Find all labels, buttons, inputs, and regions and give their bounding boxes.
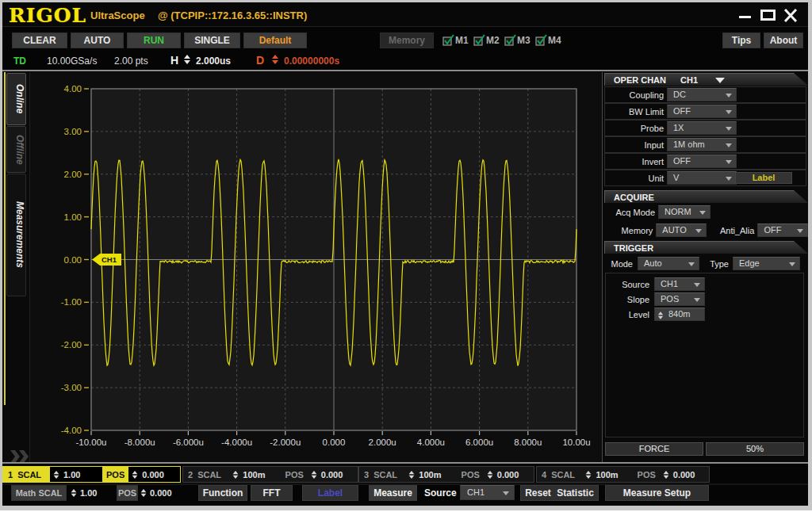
- trigger-level-row: Level 840m: [606, 307, 803, 322]
- acq-memory-row: Memory AUTO Anti_Alia OFF: [604, 223, 808, 238]
- trigger-mode-select[interactable]: Auto: [638, 257, 699, 270]
- memory-check-m4[interactable]: M4: [535, 34, 561, 46]
- memory-check-m2[interactable]: M2: [473, 34, 500, 46]
- spin-down-icon: [71, 494, 77, 497]
- spin-up-icon: [663, 470, 668, 473]
- scal-text: SCAL: [197, 470, 221, 480]
- dropdown-arrow-icon: [695, 229, 702, 233]
- channel-1-pos-label[interactable]: POS: [102, 467, 128, 482]
- auto-button[interactable]: AUTO: [71, 32, 124, 48]
- sidebar-tab-online[interactable]: Online: [6, 73, 26, 125]
- delay-spinner[interactable]: [272, 55, 278, 64]
- math-scal-label[interactable]: Math SCAL: [11, 485, 67, 501]
- memory-button: Memory: [380, 32, 434, 48]
- channel-2-pos-value: 0.000: [321, 470, 343, 480]
- channel-2-scale-spinner[interactable]: 100m: [229, 467, 279, 482]
- oper-chan-title: OPER CHAN: [614, 75, 666, 85]
- math-scale-spinner[interactable]: 1.00: [69, 485, 115, 501]
- input-label: Input: [605, 140, 664, 150]
- memory-depth: 2.00 pts: [114, 55, 148, 67]
- reset-statistic-button[interactable]: Reset Statistic: [520, 485, 599, 501]
- trigger-source-row: Source CH1: [606, 277, 803, 292]
- coupling-value: DC: [673, 90, 686, 99]
- channel-3-pos-label[interactable]: POS: [458, 467, 484, 482]
- bw-limit-label: BW Limit: [605, 107, 664, 117]
- sidebar-tab-offline[interactable]: Offline: [6, 126, 26, 173]
- measure-button[interactable]: Measure: [369, 485, 417, 501]
- math-pos-label[interactable]: POS: [117, 485, 138, 501]
- anti-alias-select[interactable]: OFF: [757, 224, 808, 237]
- x-tick-label: -8.000u: [124, 437, 155, 447]
- channel-2-pos-spinner[interactable]: 0.000: [308, 467, 358, 482]
- trigger-status: TD: [13, 55, 26, 67]
- tips-button[interactable]: Tips: [722, 32, 760, 48]
- default-button[interactable]: Default: [243, 32, 307, 48]
- dropdown-arrow-icon: [694, 298, 700, 302]
- channel-number: 4: [542, 470, 546, 480]
- chevron-down-icon[interactable]: [715, 78, 725, 83]
- acq-mode-select[interactable]: NORM: [658, 205, 710, 219]
- channel-2-scal-label[interactable]: 2SCAL: [183, 467, 229, 482]
- bw-limit-select[interactable]: OFF: [667, 105, 737, 118]
- sidebar-tab-measurements[interactable]: Measurements: [6, 174, 26, 296]
- channel-4-pos-spinner[interactable]: 0.000: [660, 467, 709, 482]
- oper-chan-channel[interactable]: CH1: [680, 75, 698, 85]
- force-button[interactable]: FORCE: [605, 442, 703, 456]
- channel-4-scale-spinner[interactable]: 100m: [582, 467, 631, 482]
- memory-check-label: M4: [548, 35, 561, 46]
- channel-3-scale-spinner[interactable]: 100m: [405, 467, 455, 482]
- minimize-button[interactable]: [737, 9, 754, 23]
- x-tick-label: 6.000u: [465, 437, 493, 447]
- separator-top: [2, 70, 808, 71]
- math-pos-spinner[interactable]: 0.000: [139, 485, 183, 501]
- sidebar-accent-line: [4, 72, 6, 405]
- y-tick-label: -3.00: [61, 383, 82, 392]
- horizontal-scale-value[interactable]: 2.000us: [196, 55, 231, 67]
- spinner-icon: [141, 489, 147, 497]
- memory-check-m3[interactable]: M3: [504, 34, 530, 46]
- coupling-select[interactable]: DC: [667, 88, 737, 101]
- x-tick-label: -2.000u: [270, 437, 301, 447]
- measure-setup-button[interactable]: Measure Setup: [605, 485, 709, 501]
- spin-up-icon: [409, 470, 415, 473]
- channel-4-scal-label[interactable]: 4SCAL: [537, 467, 582, 482]
- single-button[interactable]: SINGLE: [184, 32, 240, 48]
- close-button[interactable]: [782, 9, 799, 23]
- dropdown-arrow-icon: [726, 160, 732, 164]
- about-button[interactable]: About: [764, 32, 803, 48]
- probe-select[interactable]: 1X: [667, 121, 737, 135]
- math-label-button[interactable]: Label: [302, 485, 358, 501]
- acq-mode-label: Acq Mode: [604, 208, 655, 217]
- memory-check-label: M3: [517, 35, 530, 46]
- channel-3-pos-spinner[interactable]: 0.000: [484, 467, 534, 482]
- acq-memory-select[interactable]: AUTO: [656, 224, 707, 237]
- label-button[interactable]: Label: [735, 172, 792, 184]
- clear-button[interactable]: CLEAR: [12, 32, 67, 48]
- trigger-level-spinner[interactable]: 840m: [654, 308, 705, 321]
- memory-check-m1[interactable]: M1: [442, 34, 469, 46]
- trigger-slope-select[interactable]: POS: [654, 292, 705, 306]
- trigger-type-select[interactable]: Edge: [733, 257, 800, 270]
- measure-source-select[interactable]: CH1: [460, 485, 515, 500]
- run-button[interactable]: RUN: [127, 32, 181, 48]
- invert-select[interactable]: OFF: [667, 155, 737, 168]
- input-select[interactable]: 1M ohm: [667, 138, 737, 151]
- fft-button[interactable]: FFT: [251, 485, 293, 501]
- sidebar-expand-chevrons[interactable]: [10, 450, 30, 463]
- horizontal-spinner[interactable]: [184, 55, 190, 64]
- channel-number: 1: [8, 470, 13, 480]
- function-button[interactable]: Function: [198, 485, 247, 501]
- channel-1-pos-spinner[interactable]: 0.000: [128, 467, 179, 482]
- delay-value[interactable]: 0.00000000s: [284, 55, 339, 67]
- channel-3-scal-label[interactable]: 3SCAL: [359, 467, 405, 482]
- trigger-source-select[interactable]: CH1: [654, 277, 705, 291]
- unit-select[interactable]: V: [667, 171, 737, 185]
- spin-up-icon: [184, 55, 190, 59]
- channel-2-pos-label[interactable]: POS: [282, 467, 308, 482]
- channel-4-pos-label[interactable]: POS: [634, 467, 660, 482]
- rigol-logo: RIGOL: [9, 4, 86, 27]
- channel-1-scale-spinner[interactable]: 1.00: [50, 467, 101, 482]
- maximize-button[interactable]: [759, 9, 776, 23]
- channel-1-scal-label[interactable]: 1SCAL: [3, 467, 50, 482]
- fifty-percent-button[interactable]: 50%: [706, 442, 804, 456]
